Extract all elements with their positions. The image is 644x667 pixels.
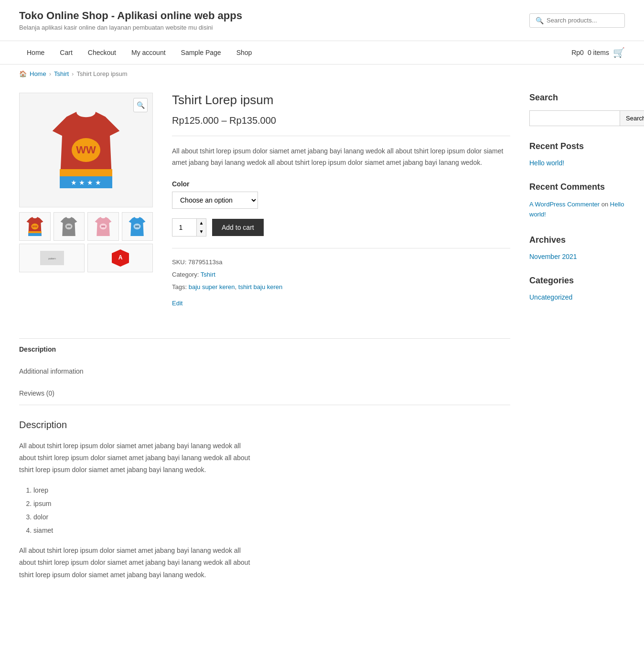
quantity-input[interactable]	[172, 220, 196, 235]
tag-link-2[interactable]: tshirt baju keren	[238, 283, 283, 290]
category-link[interactable]: Tshirt	[201, 271, 215, 278]
comment-on-text: on	[601, 201, 610, 208]
svg-text:pattern: pattern	[48, 257, 56, 260]
svg-text:A: A	[118, 254, 122, 261]
recent-post-link-1[interactable]: Hello world!	[529, 159, 564, 167]
svg-text:★ ★ ★ ★: ★ ★ ★ ★	[71, 179, 101, 186]
svg-text:WW: WW	[101, 226, 106, 228]
main-navigation: Home Cart Checkout My account Sample Pag…	[0, 41, 644, 65]
description-para-1: All about tshirt lorep ipsum dolor siame…	[19, 440, 258, 476]
nav-link-cart[interactable]: Cart	[52, 41, 80, 64]
tab-additional-info-link[interactable]: Additional information	[19, 361, 510, 383]
archive-link-1[interactable]: November 2021	[529, 253, 577, 260]
svg-text:WW: WW	[135, 226, 140, 228]
add-to-cart-button[interactable]: Add to cart	[212, 219, 264, 236]
sidebar-archives-list: November 2021	[529, 253, 625, 260]
sidebar-comment-1: A WordPress Commenter on Hello world!	[529, 200, 625, 220]
sidebar-categories-list: Uncategorized	[529, 293, 625, 301]
thumbnail-grid: WW WW	[19, 212, 153, 241]
thumbnail-blue[interactable]: WW	[122, 212, 153, 241]
sidebar-search-box: Search	[529, 110, 625, 126]
tab-description-link[interactable]: Description	[19, 339, 510, 361]
list-item-3: dolor	[33, 510, 258, 524]
product-tabs: Description Additional information Revie…	[19, 338, 510, 603]
cart-items-count: 0 items	[588, 49, 609, 56]
category-label: Category:	[172, 271, 199, 278]
site-title: Toko Online Shop - Aplikasi online web a…	[19, 10, 242, 22]
thumbnail-pink[interactable]: WW	[87, 212, 119, 241]
breadcrumb-home-link[interactable]: Home	[30, 70, 46, 77]
thumbnail-pattern[interactable]: pattern	[19, 244, 85, 272]
quantity-decrement[interactable]: ▼	[196, 227, 206, 236]
nav-link-samplepage[interactable]: Sample Page	[173, 41, 229, 64]
list-item-4: siamet	[33, 524, 258, 537]
category-item-1: Uncategorized	[529, 293, 625, 301]
zoom-button[interactable]: 🔍	[133, 98, 148, 112]
thumbnail-bottom-row: pattern A	[19, 244, 153, 272]
nav-link-home[interactable]: Home	[19, 41, 52, 64]
breadcrumb-separator-2: ›	[72, 70, 74, 77]
tab-description: Description	[19, 339, 510, 361]
product-title: Tshirt Lorep ipsum	[172, 93, 510, 108]
sidebar-categories-section: Categories Uncategorized	[529, 276, 625, 301]
sidebar-search-title: Search	[529, 93, 625, 103]
tab-reviews-link[interactable]: Reviews (0)	[19, 383, 510, 405]
sidebar-archives-section: Archives November 2021	[529, 235, 625, 260]
sku-value: 78795113sa	[188, 258, 223, 266]
description-list: lorep ipsum dolor siamet	[33, 484, 258, 537]
nav-link-shop[interactable]: Shop	[229, 41, 260, 64]
thumbnail-angular[interactable]: A	[87, 244, 153, 272]
sidebar-search-section: Search Search	[529, 93, 625, 126]
color-label: Color	[172, 180, 510, 188]
breadcrumb: 🏠 Home › Tshirt › Tshirt Lorep ipsum	[0, 65, 644, 83]
sidebar-search-button[interactable]: Search	[620, 110, 644, 126]
svg-text:WW: WW	[32, 225, 38, 228]
category-link-uncategorized[interactable]: Uncategorized	[529, 293, 572, 301]
product-meta: SKU: 78795113sa Category: Tshirt Tags: b…	[172, 248, 510, 310]
quantity-increment[interactable]: ▲	[196, 219, 206, 227]
home-icon: 🏠	[19, 70, 27, 77]
svg-text:WW: WW	[67, 226, 71, 228]
cart-widget[interactable]: Rp0 0 items 🛒	[571, 47, 625, 58]
nav-link-checkout[interactable]: Checkout	[80, 41, 124, 64]
header-search-input[interactable]	[547, 17, 619, 24]
product-tags: Tags: baju super keren, tshirt baju kere…	[172, 281, 510, 293]
sidebar-search-input[interactable]	[529, 110, 620, 126]
list-item-2: ipsum	[33, 497, 258, 510]
header-search-icon: 🔍	[536, 17, 544, 24]
svg-rect-8	[28, 231, 42, 233]
sidebar-categories-title: Categories	[529, 276, 625, 286]
edit-link-wrapper: Edit	[172, 297, 510, 310]
sidebar-recent-comments-section: Recent Comments A WordPress Commenter on…	[529, 182, 625, 220]
breadcrumb-tshirt-link[interactable]: Tshirt	[54, 70, 69, 77]
svg-rect-7	[28, 233, 42, 236]
breadcrumb-separator-1: ›	[49, 70, 51, 77]
tab-reviews: Reviews (0)	[19, 383, 510, 405]
quantity-arrows: ▲ ▼	[196, 219, 206, 236]
product-color-option: Color Choose an option Red Grey Pink Blu…	[172, 180, 510, 209]
edit-link[interactable]: Edit	[172, 300, 182, 307]
tag-link-1[interactable]: baju super keren	[189, 283, 235, 290]
add-to-cart-row: ▲ ▼ Add to cart	[172, 218, 510, 237]
site-title-link[interactable]: Toko Online Shop - Aplikasi online web a…	[19, 10, 242, 22]
sku-label: SKU:	[172, 258, 186, 266]
nav-item-home: Home	[19, 41, 52, 64]
product-description: All about tshirt lorep ipsum dolor siame…	[172, 146, 510, 169]
cart-icon: 🛒	[613, 47, 625, 58]
comment-author-link[interactable]: A WordPress Commenter	[529, 201, 600, 208]
thumbnail-grey[interactable]: WW	[54, 212, 85, 241]
nav-links: Home Cart Checkout My account Sample Pag…	[19, 41, 259, 64]
cart-amount: Rp0	[571, 49, 584, 56]
thumbnail-red[interactable]: WW	[19, 212, 51, 241]
nav-link-myaccount[interactable]: My account	[124, 41, 173, 64]
nav-item-samplepage: Sample Page	[173, 41, 229, 64]
sidebar-archives-title: Archives	[529, 235, 625, 245]
product-price: Rp125.000 – Rp135.000	[172, 115, 510, 136]
site-description: Belanja aplikasi kasir online dan layana…	[19, 24, 242, 31]
archive-item-1: November 2021	[529, 253, 625, 260]
list-item-1: lorep	[33, 484, 258, 497]
tab-content-description: Description All about tshirt lorep ipsum…	[19, 405, 258, 603]
color-select[interactable]: Choose an option Red Grey Pink Blue	[172, 192, 258, 209]
nav-item-myaccount: My account	[124, 41, 173, 64]
description-heading: Description	[19, 420, 258, 430]
